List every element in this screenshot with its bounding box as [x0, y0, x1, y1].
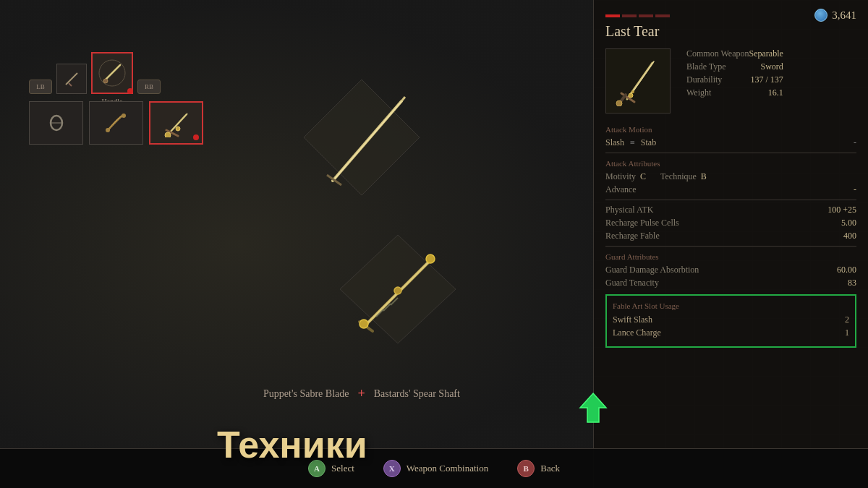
- divider-3: [605, 246, 856, 247]
- handle-scene-display: [318, 217, 477, 361]
- fable-art-cost-2: 1: [845, 328, 849, 338]
- type-label: Common Weapon: [686, 48, 749, 59]
- bar-1: [605, 14, 620, 17]
- weapon-combo-action: X Weapon Combination: [383, 460, 488, 477]
- attack-motion-header: Attack Motion: [605, 125, 856, 134]
- top-weapon-row: LB Handle RB: [29, 52, 161, 94]
- physical-atk-value: 100 +25: [827, 205, 856, 215]
- currency-display: 3,641: [814, 9, 856, 22]
- weapon-basic-stats: Common Weapon Separable Blade Type Sword…: [686, 48, 783, 119]
- bar-4: [655, 14, 670, 17]
- weapon-title: Last Tear: [605, 23, 856, 40]
- technique-label: Technique: [660, 171, 697, 182]
- motivity-label: Motivity: [605, 171, 636, 182]
- advance-value: -: [854, 184, 856, 195]
- handle-slot-2[interactable]: [89, 101, 143, 145]
- recharge-pulse-label: Recharge Pulse Cells: [605, 218, 679, 228]
- fable-art-header: Fable Art Slot Usage: [613, 301, 849, 310]
- divider-1: [605, 153, 856, 153]
- recharge-fable-value: 400: [843, 231, 856, 241]
- handle-name: Bastards' Spear Shaft: [374, 388, 460, 400]
- blade-name: Puppet's Sabre Blade: [263, 388, 349, 400]
- bar-3: [639, 14, 653, 17]
- blade-label: Blade Type: [686, 61, 726, 72]
- equals-sign: ≡: [630, 137, 635, 148]
- guard-attr-header: Guard Attributes: [605, 252, 856, 261]
- motivity-item: Motivity C: [605, 171, 646, 182]
- physical-atk-label: Physical ATK: [605, 205, 653, 215]
- stab-dash: -: [854, 137, 856, 148]
- slot-3-alert-dot: [193, 134, 199, 140]
- sword-handle-icon: [161, 108, 192, 137]
- svg-marker-37: [580, 393, 606, 422]
- svg-line-26: [327, 175, 341, 185]
- svg-line-8: [69, 83, 72, 86]
- svg-line-11: [105, 64, 121, 80]
- handle-scene-svg: [329, 224, 467, 354]
- technique-item: Technique B: [660, 171, 707, 182]
- blade-scene-svg: [289, 65, 434, 210]
- rb-button[interactable]: RB: [137, 80, 161, 94]
- fable-art-name-2: Lance Charge: [613, 328, 661, 338]
- durability-label: Durability: [686, 74, 722, 85]
- advance-row: Advance -: [605, 184, 856, 195]
- guard-tenacity-label: Guard Tenacity: [605, 278, 659, 288]
- recharge-fable-row: Recharge Fable 400: [605, 231, 856, 241]
- blade-scene-display: [282, 58, 441, 217]
- blade-value: Sword: [760, 61, 783, 72]
- physical-atk-row: Physical ATK 100 +25: [605, 205, 856, 215]
- weapon-detail-panel: Last Tear: [593, 0, 868, 488]
- guard-damage-label: Guard Damage Absorbtion: [605, 265, 699, 275]
- weapon-slot-small-1[interactable]: [56, 64, 87, 94]
- svg-point-31: [426, 254, 435, 263]
- guard-tenacity-row: Guard Tenacity 83: [605, 278, 856, 288]
- handle-slot-3-active[interactable]: [149, 101, 203, 145]
- back-action: B Back: [517, 460, 560, 477]
- type-value: Separable: [749, 48, 783, 59]
- handle-slot-1[interactable]: [29, 101, 83, 145]
- svg-point-6: [631, 90, 634, 93]
- russian-text-overlay: Техники: [217, 423, 367, 466]
- guard-damage-row: Guard Damage Absorbtion 60.00: [605, 265, 856, 275]
- fable-art-box: Fable Art Slot Usage Swift Slash 2 Lance…: [605, 294, 856, 348]
- fable-art-cost-1: 2: [845, 314, 849, 325]
- chain-link-icon-1: [43, 110, 69, 136]
- b-button[interactable]: B: [517, 460, 535, 477]
- durability-value: 137 / 137: [750, 74, 783, 85]
- bottom-action-bar: A Select X Weapon Combination B Back: [0, 448, 868, 488]
- advance-label: Advance: [605, 184, 637, 195]
- x-button[interactable]: X: [383, 460, 401, 477]
- combo-plus-sign: +: [357, 386, 365, 401]
- bar-2: [622, 14, 637, 17]
- fable-art-row-1: Swift Slash 2: [613, 314, 849, 325]
- stab-label: Stab: [641, 137, 656, 148]
- svg-marker-22: [304, 80, 420, 195]
- weight-value: 16.1: [768, 87, 783, 98]
- fable-art-name-1: Swift Slash: [613, 314, 652, 325]
- weapon-combo-text: Puppet's Sabre Blade + Bastards' Spear S…: [145, 386, 579, 401]
- currency-amount: 3,641: [832, 9, 856, 22]
- weapon-image-svg: [613, 56, 663, 106]
- fable-art-row-2: Lance Charge 1: [613, 328, 849, 338]
- guard-damage-value: 60.00: [837, 265, 856, 275]
- weapon-combo-label: Weapon Combination: [407, 463, 488, 474]
- svg-point-32: [394, 287, 401, 294]
- back-label: Back: [540, 463, 560, 474]
- currency-icon: [814, 9, 827, 22]
- svg-point-5: [629, 93, 633, 98]
- svg-point-12: [103, 79, 108, 83]
- recharge-pulse-row: Recharge Pulse Cells 5.00: [605, 218, 856, 228]
- small-weapon-icon-1: [61, 69, 82, 89]
- recharge-fable-label: Recharge Fable: [605, 231, 660, 241]
- attack-attr-header: Attack Attributes: [605, 159, 856, 168]
- weapon-slot-main[interactable]: Handle: [91, 52, 133, 94]
- slot-alert-dot: [127, 88, 133, 94]
- lb-button[interactable]: LB: [29, 80, 52, 94]
- slash-label: Slash: [605, 137, 624, 148]
- svg-line-7: [66, 73, 77, 85]
- weapon-preview-image: [605, 48, 671, 114]
- technique-value: B: [701, 171, 707, 182]
- svg-point-15: [106, 128, 110, 132]
- weight-label: Weight: [686, 87, 711, 98]
- recharge-pulse-value: 5.00: [841, 218, 856, 228]
